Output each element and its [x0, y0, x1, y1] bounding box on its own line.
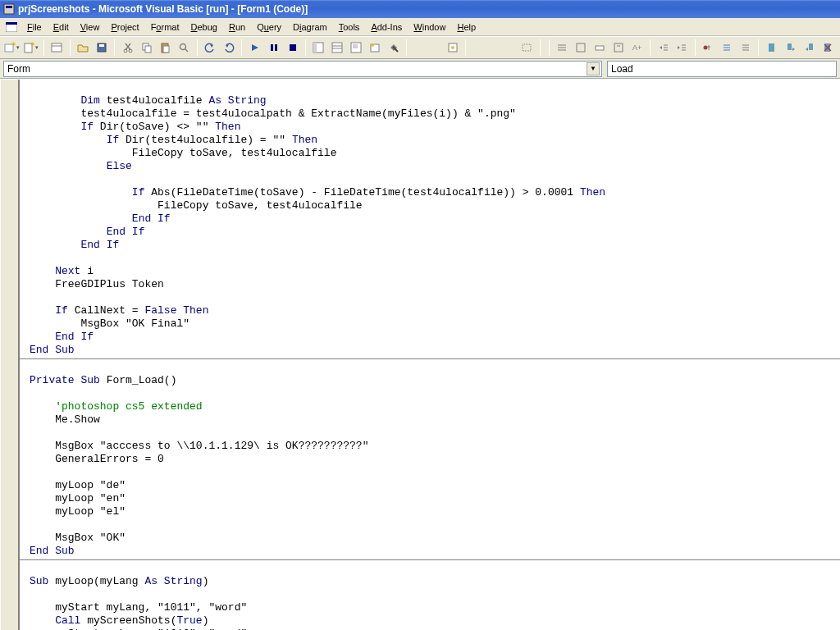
- svg-rect-58: [809, 43, 813, 50]
- toolbar-separator: [43, 39, 44, 56]
- object-browser-button[interactable]: [367, 39, 384, 57]
- svg-rect-15: [145, 46, 151, 52]
- svg-rect-25: [332, 43, 342, 52]
- add-item-button[interactable]: ✶: [22, 39, 39, 57]
- component-button[interactable]: [518, 39, 536, 57]
- start-button[interactable]: [246, 39, 263, 57]
- menu-format[interactable]: Format: [145, 21, 185, 34]
- next-bookmark-button[interactable]: [782, 39, 799, 57]
- parameter-info-button[interactable]: [609, 39, 627, 57]
- properties-button[interactable]: [329, 39, 346, 57]
- menu-debug[interactable]: Debug: [185, 21, 222, 34]
- toolbar: ✶ ✶ A+: [0, 36, 840, 59]
- svg-rect-41: [614, 43, 623, 52]
- svg-rect-40: [596, 46, 604, 50]
- redo-button[interactable]: [221, 39, 238, 57]
- svg-rect-35: [523, 44, 531, 51]
- form-layout-button[interactable]: [348, 39, 365, 57]
- clear-bookmarks-button[interactable]: [819, 39, 837, 57]
- prev-bookmark-button[interactable]: [801, 39, 818, 57]
- project-explorer-button[interactable]: [310, 39, 327, 57]
- svg-rect-3: [6, 22, 17, 25]
- vb-app-icon: [3, 3, 15, 15]
- quick-info-button[interactable]: [591, 39, 609, 57]
- svg-rect-24: [313, 43, 317, 52]
- menu-editor-button[interactable]: [48, 39, 66, 57]
- mdi-icon[interactable]: [5, 21, 18, 34]
- procedure-combo-value: Load: [611, 63, 633, 75]
- svg-point-18: [180, 44, 186, 50]
- add-project-button[interactable]: ✶: [3, 39, 21, 57]
- toolbar-separator: [650, 39, 651, 56]
- svg-rect-17: [163, 46, 169, 52]
- procedure-separator: [20, 559, 840, 560]
- code-nav-row: Form ▼ Load: [0, 59, 840, 79]
- menu-diagram[interactable]: Diagram: [287, 21, 333, 34]
- toolbar-separator: [241, 39, 242, 56]
- content-wrap: Dim test4ulocalfile As String test4uloca…: [0, 79, 840, 630]
- code-editor[interactable]: Dim test4ulocalfile As String test4uloca…: [20, 80, 840, 630]
- menu-project[interactable]: Project: [105, 21, 144, 34]
- dataview-button[interactable]: [444, 39, 461, 57]
- list-consts-button[interactable]: [573, 39, 590, 57]
- menu-edit[interactable]: Edit: [48, 21, 75, 34]
- toolbar-separator: [70, 39, 71, 56]
- toolbar-separator: [695, 39, 696, 56]
- end-button[interactable]: [284, 39, 301, 57]
- menu-window[interactable]: Window: [408, 21, 451, 34]
- chevron-down-icon: ▼: [587, 62, 600, 75]
- object-combo[interactable]: Form ▼: [3, 61, 602, 77]
- svg-rect-20: [271, 44, 273, 51]
- uncomment-button[interactable]: [737, 39, 755, 57]
- svg-rect-21: [275, 44, 277, 51]
- undo-button[interactable]: [202, 39, 219, 57]
- svg-point-49: [704, 46, 708, 50]
- svg-text:✶: ✶: [30, 42, 34, 48]
- toolbar-separator: [549, 39, 550, 56]
- cut-button[interactable]: [119, 39, 136, 57]
- menu-view[interactable]: View: [75, 21, 106, 34]
- complete-word-button[interactable]: A+: [628, 39, 646, 57]
- svg-rect-57: [788, 43, 792, 50]
- svg-point-31: [371, 43, 374, 47]
- paste-button[interactable]: [157, 39, 174, 57]
- menu-query[interactable]: Query: [251, 21, 287, 34]
- toolbox-button[interactable]: [385, 39, 402, 57]
- svg-rect-0: [4, 4, 14, 14]
- svg-rect-11: [99, 44, 104, 47]
- procedure-combo[interactable]: Load: [607, 61, 837, 77]
- list-props-button[interactable]: [554, 39, 571, 57]
- object-combo-value: Form: [7, 63, 30, 75]
- menu-bar: File Edit View Project Format Debug Run …: [0, 18, 840, 36]
- menu-tools[interactable]: Tools: [333, 21, 366, 34]
- toolbar-separator: [406, 39, 407, 56]
- svg-rect-22: [290, 44, 296, 51]
- menu-file[interactable]: File: [21, 21, 48, 34]
- bookmark-button[interactable]: [763, 39, 780, 57]
- save-button[interactable]: [93, 39, 110, 57]
- breakpoint-button[interactable]: [700, 39, 717, 57]
- svg-text:✶: ✶: [11, 42, 16, 48]
- toolbar-separator: [197, 39, 198, 56]
- open-button[interactable]: [75, 39, 92, 57]
- break-button[interactable]: [265, 39, 282, 57]
- margin-indicator-bar[interactable]: [0, 80, 20, 630]
- svg-rect-29: [353, 44, 358, 48]
- svg-line-19: [185, 49, 188, 52]
- find-button[interactable]: [176, 39, 193, 57]
- toolbar-separator: [465, 39, 466, 56]
- toolbar-separator: [758, 39, 759, 56]
- menu-help[interactable]: Help: [451, 21, 482, 34]
- svg-point-34: [451, 46, 454, 49]
- title-bar: prjScreenshots - Microsoft Visual Basic …: [0, 0, 840, 18]
- svg-rect-8: [52, 43, 62, 52]
- menu-addins[interactable]: Add-Ins: [365, 21, 408, 34]
- comment-button[interactable]: [719, 39, 736, 57]
- indent-button[interactable]: [655, 39, 672, 57]
- menu-run[interactable]: Run: [223, 21, 251, 34]
- outdent-button[interactable]: [673, 39, 691, 57]
- svg-rect-1: [6, 6, 12, 8]
- toolbar-separator: [114, 39, 115, 56]
- copy-button[interactable]: [138, 39, 155, 57]
- svg-rect-56: [769, 43, 774, 52]
